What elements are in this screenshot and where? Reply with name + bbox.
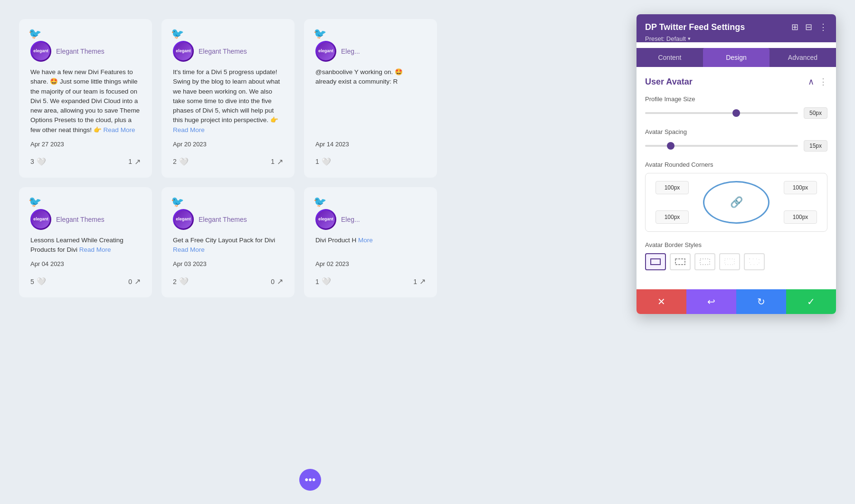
avatar-text-5: elegant [176,217,191,222]
preset-arrow[interactable]: ▾ [688,36,691,42]
share-count-6[interactable]: 1 ↗ [413,277,426,286]
corners-container: 🔗 [645,173,827,232]
twitter-icon-2: 🐦 [171,28,184,40]
twitter-icon-4: 🐦 [28,196,41,208]
like-count-1[interactable]: 3 🤍 [30,157,46,166]
tweet-date-2: Apr 20 2023 [173,141,283,148]
cancel-icon: ✕ [657,296,665,307]
action-bar: ✕ ↩ ↻ ✓ [636,289,836,314]
more-icon[interactable]: ⋮ [819,22,827,32]
link-icon[interactable]: 🔗 [730,196,743,209]
cancel-button[interactable]: ✕ [636,289,686,314]
heart-icon-4: 🤍 [37,277,46,286]
author-name-4[interactable]: Elegant Themes [56,216,104,223]
split-icon[interactable]: ⊟ [805,22,812,32]
avatar-spacing-slider[interactable] [645,145,798,147]
border-dashed1-btn[interactable] [670,253,691,270]
share-icon-4: ↗ [134,277,141,286]
read-more-link-2[interactable]: Read More [173,126,205,133]
corner-tl-input[interactable] [656,181,689,194]
tweet-actions-1: 3 🤍 1 ↗ [30,157,141,166]
share-icon-2: ↗ [277,157,283,166]
avatar-border-styles-label: Avatar Border Styles [645,241,827,248]
profile-image-size-label: Profile Image Size [645,95,827,103]
corner-tr-input[interactable] [784,181,817,194]
avatar-rounded-corners-label: Avatar Rounded Corners [645,161,827,168]
tweet-body-6: Divi Product H More [315,236,426,255]
share-icon-5: ↗ [277,277,283,286]
section-header: User Avatar ∧ ⋮ [645,76,827,87]
read-more-link-4[interactable]: Read More [79,246,111,253]
corners-grid: 🔗 [653,181,819,224]
read-more-link-6[interactable]: More [358,237,373,244]
confirm-icon: ✓ [807,296,815,307]
panel-body: User Avatar ∧ ⋮ Profile Image Size 50px … [636,67,836,289]
twitter-icon-1: 🐦 [28,28,41,40]
share-count-5[interactable]: 0 ↗ [271,277,283,286]
read-more-link-1[interactable]: Read More [104,126,135,133]
tweet-actions-2: 2 🤍 1 ↗ [173,157,283,166]
svg-rect-0 [651,259,660,265]
author-name-5[interactable]: Elegant Themes [199,216,247,223]
twitter-icon-6: 🐦 [314,196,326,208]
share-count-2[interactable]: 1 ↗ [271,157,283,166]
like-count-3[interactable]: 1 🤍 [315,157,331,166]
border-none-icon [749,257,760,266]
avatar-4: elegant [30,209,51,230]
tweet-card-2: 🐦 elegant Elegant Themes It's time for a… [162,19,294,178]
avatar-text-3: elegant [318,49,333,54]
corner-br-input[interactable] [784,210,817,224]
like-count-2[interactable]: 2 🤍 [173,157,189,166]
like-count-5[interactable]: 2 🤍 [173,277,189,286]
undo-button[interactable]: ↩ [686,289,736,314]
share-icon-1: ↗ [134,157,141,166]
undo-icon: ↩ [707,296,715,307]
read-more-link-5[interactable]: Read More [173,246,205,253]
tab-content[interactable]: Content [636,48,703,67]
tweet-date-3: Apr 14 2023 [315,141,426,148]
section-options-icon[interactable]: ⋮ [819,76,827,87]
profile-image-size-value[interactable]: 50px [804,107,827,119]
tweet-body-5: Get a Free City Layout Pack for Divi Rea… [173,236,283,255]
avatar-spacing-value[interactable]: 15px [804,140,827,152]
border-dashed2-icon [699,257,711,266]
share-count-1[interactable]: 1 ↗ [128,157,141,166]
like-count-6[interactable]: 1 🤍 [315,277,331,286]
twitter-icon-5: 🐦 [171,196,184,208]
heart-icon-5: 🤍 [179,277,189,286]
share-icon-6: ↗ [419,277,426,286]
tweet-date-5: Apr 03 2023 [173,260,283,267]
confirm-button[interactable]: ✓ [786,289,836,314]
redo-button[interactable]: ↻ [736,289,786,314]
corner-bl-input[interactable] [656,210,689,224]
border-none-btn[interactable] [744,253,765,270]
heart-icon-1: 🤍 [37,157,46,166]
border-solid-icon [650,257,661,266]
avatar-5: elegant [173,209,194,230]
panel-title: DP Twitter Feed Settings [645,22,745,32]
author-name-1[interactable]: Elegant Themes [56,48,104,55]
preset-row: Preset: Default ▾ [645,35,827,42]
tweet-feed-grid: 🐦 elegant Elegant Themes We have a few n… [0,0,456,316]
tab-advanced[interactable]: Advanced [770,48,836,67]
fab-button[interactable]: ••• [299,469,321,491]
border-dashed1-icon [674,257,686,266]
avatar-text-4: elegant [33,217,48,222]
resize-icon[interactable]: ⊞ [791,22,798,32]
like-count-4[interactable]: 5 🤍 [30,277,46,286]
border-dotted-btn[interactable] [719,253,740,270]
border-dashed2-btn[interactable] [694,253,715,270]
tab-design[interactable]: Design [703,48,770,67]
collapse-icon[interactable]: ∧ [808,76,814,87]
share-count-4[interactable]: 0 ↗ [128,277,141,286]
avatar-text-2: elegant [176,49,191,54]
heart-icon-2: 🤍 [179,157,189,166]
heart-icon-3: 🤍 [322,157,331,166]
tweet-actions-5: 2 🤍 0 ↗ [173,277,283,286]
profile-image-size-slider[interactable] [645,112,798,114]
avatar-spacing-setting: Avatar Spacing 15px [645,128,827,152]
author-name-2[interactable]: Elegant Themes [199,48,247,55]
border-solid-btn[interactable] [645,253,666,270]
tweet-body-4: Lessons Learned While Creating Products … [30,236,141,255]
author-name-6: Eleg... [341,216,360,223]
